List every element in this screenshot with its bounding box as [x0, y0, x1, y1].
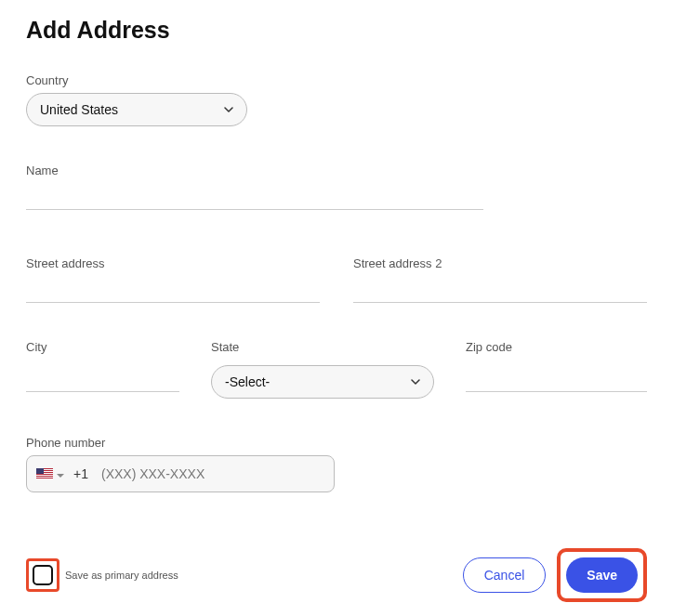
city-field: City [26, 340, 179, 392]
name-label: Name [26, 164, 647, 177]
actions: Cancel Save [463, 548, 647, 602]
state-select[interactable]: -Select- [211, 365, 434, 399]
phone-field: Phone number +1 [26, 436, 647, 492]
street1-label: Street address [26, 256, 320, 270]
save-button[interactable]: Save [566, 557, 638, 593]
street1-field: Street address [26, 256, 320, 303]
street2-input[interactable] [353, 276, 647, 303]
chevron-down-icon [411, 379, 420, 385]
name-input[interactable] [26, 183, 483, 210]
zip-label: Zip code [466, 340, 647, 354]
country-field: Country United States [26, 73, 647, 126]
country-select[interactable]: United States [26, 93, 247, 126]
name-field: Name [26, 164, 647, 210]
state-label: State [211, 340, 434, 354]
primary-checkbox[interactable] [33, 565, 53, 585]
zip-input[interactable] [466, 365, 647, 392]
highlight-annotation [26, 558, 59, 592]
page-title: Add Address [26, 17, 647, 44]
primary-checkbox-label: Save as primary address [65, 570, 178, 581]
city-label: City [26, 340, 179, 354]
street1-input[interactable] [26, 276, 320, 303]
country-label: Country [26, 73, 647, 87]
zip-field: Zip code [466, 340, 647, 392]
flag-us-icon [36, 468, 53, 479]
street2-field: Street address 2 [353, 256, 647, 303]
cancel-button[interactable]: Cancel [463, 557, 547, 593]
primary-checkbox-row: Save as primary address [26, 558, 178, 592]
country-value: United States [40, 102, 118, 117]
state-field: State -Select- [211, 340, 434, 399]
phone-wrapper: +1 [26, 455, 335, 492]
street2-label: Street address 2 [353, 256, 647, 270]
chevron-down-icon [224, 107, 233, 112]
phone-label: Phone number [26, 436, 647, 450]
city-input[interactable] [26, 365, 179, 392]
state-value: -Select- [225, 374, 270, 389]
phone-input[interactable] [101, 466, 324, 481]
dial-code: +1 [73, 466, 88, 481]
country-code-selector[interactable] [57, 465, 64, 482]
highlight-annotation: Save [557, 548, 647, 602]
